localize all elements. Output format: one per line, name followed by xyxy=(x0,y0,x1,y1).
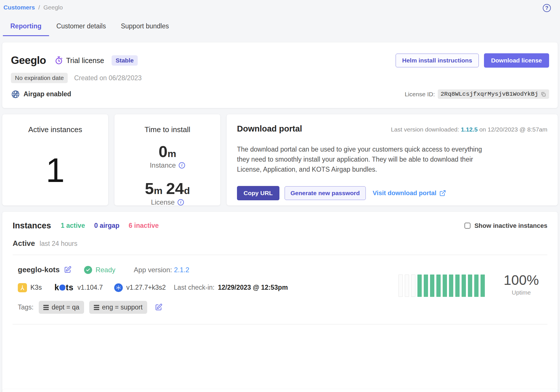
stats-row: Active instances 1 Time to install 0m In… xyxy=(2,114,558,205)
kots-logo: kts xyxy=(55,283,73,292)
breadcrumb-current: Geeglo xyxy=(43,4,63,11)
tag-icon xyxy=(94,305,99,310)
tags-label: Tags: xyxy=(18,303,34,311)
last-version-link[interactable]: 1.12.5 xyxy=(461,126,477,133)
help-icon[interactable]: ? xyxy=(543,4,551,12)
uptime-bar xyxy=(462,275,466,297)
download-portal-description: The download portal can be used to give … xyxy=(237,144,495,175)
instance-install-time: 0m xyxy=(114,142,220,161)
kots-version: v1.104.7 xyxy=(77,284,103,291)
license-type: Trial license xyxy=(55,56,104,65)
copy-icon[interactable] xyxy=(540,91,546,97)
license-id-label: License ID: xyxy=(405,91,435,98)
next-card-sliver xyxy=(2,389,558,392)
customer-name: Geeglo xyxy=(11,54,46,66)
show-inactive-checkbox[interactable] xyxy=(464,223,470,229)
uptime-percent: 100% xyxy=(500,272,543,288)
show-inactive-toggle[interactable]: Show inactive instances xyxy=(464,222,547,230)
tab-reporting[interactable]: Reporting xyxy=(3,19,49,36)
helm-install-instructions-button[interactable]: Helm install instructions xyxy=(396,54,479,67)
active-section-subtext: last 24 hours xyxy=(40,240,77,248)
tag-icon xyxy=(43,305,49,310)
instance-info-icon[interactable]: i xyxy=(179,162,185,168)
active-instances-title: Active instances xyxy=(2,125,108,134)
uptime-bar xyxy=(424,275,428,297)
external-link-icon xyxy=(439,190,446,197)
airgap-count[interactable]: 0 airgap xyxy=(94,222,119,230)
expiration-badge: No expiration date xyxy=(11,73,68,83)
airgap-globe-icon xyxy=(11,90,20,99)
uptime-label: Uptime xyxy=(500,289,543,296)
generate-new-password-button[interactable]: Generate new password xyxy=(285,186,366,200)
kubernetes-icon xyxy=(114,283,123,292)
download-portal-title: Download portal xyxy=(237,124,302,134)
uptime-block: 100% Uptime xyxy=(398,272,543,314)
last-version-downloaded: Last version downloaded: 1.12.5 on 12/20… xyxy=(391,126,547,133)
app-version-link[interactable]: 2.1.2 xyxy=(174,266,189,274)
copy-url-button[interactable]: Copy URL xyxy=(237,186,279,200)
tab-support-bundles[interactable]: Support bundles xyxy=(113,19,176,36)
divider xyxy=(13,324,547,324)
uptime-bar xyxy=(455,275,460,297)
license-id-value: 2Rq8WLcsjfxqrMysjvB1WodYkBj xyxy=(438,89,549,99)
inactive-count: 6 inactive xyxy=(129,222,159,230)
airgap-label: Airgap enabled xyxy=(24,90,71,98)
uptime-bar xyxy=(405,275,409,297)
uptime-bar xyxy=(398,275,403,297)
status-label: Ready xyxy=(96,266,115,274)
license-install-time: 5m 24d xyxy=(114,179,220,198)
time-to-install-title: Time to install xyxy=(114,125,220,134)
active-count: 1 active xyxy=(61,222,85,230)
uptime-bar xyxy=(443,275,447,297)
uptime-bar xyxy=(417,275,422,297)
last-checkin-value: 12/29/2023 @ 12:53pm xyxy=(218,284,288,291)
instance-row: geeglo-kots Ready App ve xyxy=(13,255,547,314)
tab-bar: Reporting Customer details Support bundl… xyxy=(3,19,558,36)
uptime-bar xyxy=(468,275,472,297)
breadcrumb: Customers / Geeglo xyxy=(3,4,63,11)
stopwatch-icon xyxy=(55,56,63,65)
breadcrumb-separator: / xyxy=(38,4,40,11)
last-checkin-label: Last check-in: xyxy=(174,284,215,291)
created-date-text: Created on 06/28/2023 xyxy=(74,74,141,82)
uptime-bar xyxy=(411,275,415,297)
kots-o-mark xyxy=(59,285,65,291)
app-version: App version: 2.1.2 xyxy=(134,266,189,274)
license-id-row: License ID: 2Rq8WLcsjfxqrMysjvB1WodYkBj xyxy=(405,89,549,99)
customer-reporting-page: Customers / Geeglo ? Reporting Customer … xyxy=(0,0,560,392)
active-instances-value: 1 xyxy=(2,151,108,190)
instance-name: geeglo-kots xyxy=(18,265,60,274)
channel-badge: Stable xyxy=(112,55,138,66)
edit-tags-icon[interactable] xyxy=(155,303,162,311)
download-portal-card: Download portal Last version downloaded:… xyxy=(227,114,558,205)
instance-status: Ready xyxy=(84,266,115,274)
k3s-icon xyxy=(18,283,27,292)
k8s-version: v1.27.7+k3s2 xyxy=(126,284,166,291)
tag-pill: dept = qa xyxy=(39,301,84,314)
uptime-bar xyxy=(474,275,479,297)
tag-pill: eng = support xyxy=(89,301,147,314)
instance-counts: 1 active 0 airgap 6 inactive xyxy=(61,222,159,230)
download-license-button[interactable]: Download license xyxy=(484,53,549,68)
topbar: Customers / Geeglo ? xyxy=(2,0,558,12)
airgap-status: Airgap enabled xyxy=(11,90,71,99)
uptime-bar-chart xyxy=(398,275,485,297)
uptime-bar xyxy=(436,275,441,297)
instances-title: Instances xyxy=(13,221,51,230)
distro-label: K3s xyxy=(30,284,42,291)
tab-customer-details[interactable]: Customer details xyxy=(49,19,114,36)
breadcrumb-customers-link[interactable]: Customers xyxy=(3,4,35,11)
instance-install-label: Instance i xyxy=(114,161,220,169)
license-type-label: Trial license xyxy=(66,56,104,65)
time-to-install-card: Time to install 0m Instance i 5m 24d Lic… xyxy=(114,114,220,205)
visit-download-portal-link[interactable]: Visit download portal xyxy=(373,189,446,197)
uptime-bar xyxy=(449,275,453,297)
uptime-bar xyxy=(481,275,485,297)
instances-card: Instances 1 active 0 airgap 6 inactive S… xyxy=(2,212,558,392)
customer-header-card: Geeglo Trial license Stable Helm install… xyxy=(2,42,558,108)
active-instances-card: Active instances 1 xyxy=(2,114,108,205)
license-info-icon[interactable]: i xyxy=(178,199,184,205)
edit-instance-name-icon[interactable] xyxy=(64,266,71,274)
show-inactive-label: Show inactive instances xyxy=(475,222,547,230)
active-section-title: Active xyxy=(13,239,35,248)
